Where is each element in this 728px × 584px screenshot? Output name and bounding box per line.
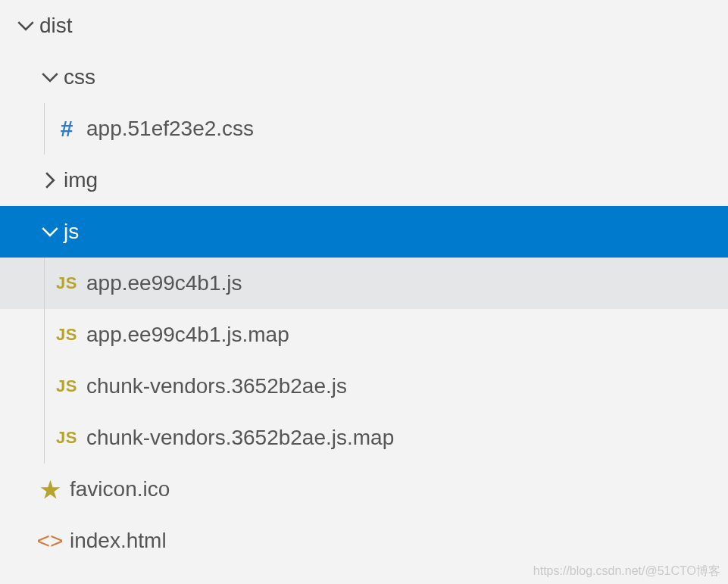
file-label: favicon.ico (70, 477, 170, 501)
js-file-icon: JS (53, 273, 80, 293)
file-label: app.ee99c4b1.js (86, 271, 242, 295)
indent-guide (44, 361, 45, 412)
folder-label: dist (39, 14, 73, 38)
tree-file-js-2[interactable]: JS chunk-vendors.3652b2ae.js (0, 361, 728, 412)
file-label: index.html (70, 529, 167, 553)
folder-label: css (64, 65, 95, 89)
js-file-icon: JS (53, 325, 80, 345)
file-label: chunk-vendors.3652b2ae.js (86, 374, 347, 398)
file-label: app.51ef23e2.css (86, 117, 254, 141)
watermark: https://blog.csdn.net/@51CTO博客 (533, 564, 720, 579)
tree-file-css[interactable]: # app.51ef23e2.css (0, 103, 728, 155)
tree-file-js-0[interactable]: JS app.ee99c4b1.js (0, 258, 728, 309)
indent-guide (44, 309, 45, 361)
file-label: chunk-vendors.3652b2ae.js.map (86, 426, 394, 450)
file-tree: dist css # app.51ef23e2.css img js JS ap… (0, 0, 728, 567)
js-file-icon: JS (53, 428, 80, 448)
indent-guide (44, 103, 45, 155)
tree-file-js-1[interactable]: JS app.ee99c4b1.js.map (0, 309, 728, 361)
file-label: app.ee99c4b1.js.map (86, 323, 289, 347)
html-file-icon: <> (36, 528, 64, 554)
tree-folder-dist[interactable]: dist (0, 0, 728, 52)
tree-file-js-3[interactable]: JS chunk-vendors.3652b2ae.js.map (0, 412, 728, 464)
chevron-down-icon (36, 222, 64, 242)
chevron-down-icon (12, 16, 39, 36)
js-file-icon: JS (53, 376, 80, 396)
tree-folder-js[interactable]: js (0, 206, 728, 258)
chevron-right-icon (36, 170, 64, 190)
favicon-icon: ★ (36, 476, 64, 503)
tree-folder-img[interactable]: img (0, 155, 728, 206)
tree-file-favicon[interactable]: ★ favicon.ico (0, 464, 728, 515)
chevron-down-icon (36, 67, 64, 87)
tree-folder-css[interactable]: css (0, 52, 728, 103)
css-file-icon: # (53, 116, 80, 142)
folder-label: img (64, 168, 98, 192)
indent-guide (44, 258, 45, 309)
indent-guide (44, 412, 45, 464)
tree-file-index[interactable]: <> index.html (0, 515, 728, 567)
folder-label: js (64, 220, 79, 244)
